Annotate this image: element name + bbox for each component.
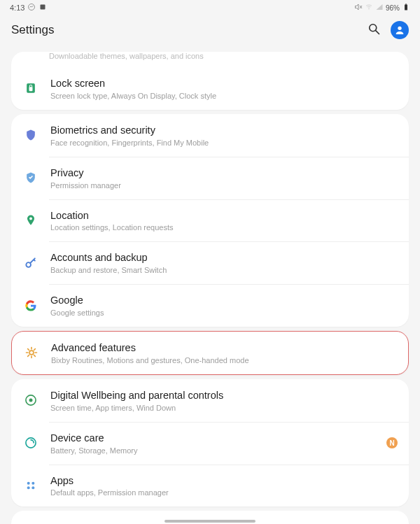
item-subtitle: Face recognition, Fingerprints, Find My … [50,139,398,147]
item-subtitle: Screen time, App timers, Wind Down [50,404,398,412]
wellbeing-icon [22,392,39,409]
settings-group: Digital Wellbeing and parental controls … [11,379,409,507]
location-icon [22,212,39,229]
svg-point-12 [29,351,34,355]
lock-screen-icon [22,80,39,97]
svg-point-7 [398,27,401,30]
status-time: 4:13 [10,3,24,12]
item-title: Google [50,294,398,307]
settings-group: Advanced features Bixby Routines, Motion… [11,331,409,375]
device-care-icon [22,434,39,451]
settings-item-privacy[interactable]: Privacy Permission manager [11,157,409,199]
settings-item-google[interactable]: Google Google settings [11,284,409,327]
svg-line-19 [28,355,29,357]
settings-group: Downloadable themes, wallpapers, and ico… [11,52,409,110]
item-title: Digital Wellbeing and parental controls [50,389,398,402]
battery-pct: 96% [386,4,400,12]
app-icon [38,3,47,13]
item-subtitle: Permission manager [50,181,398,190]
person-icon [394,24,405,36]
biometrics-icon [22,127,39,143]
settings-item-wellbeing[interactable]: Digital Wellbeing and parental controls … [11,379,409,422]
item-subtitle: Google settings [50,309,398,317]
item-title: Advanced features [51,341,397,355]
messenger-icon [27,3,36,13]
svg-point-25 [31,482,34,485]
profile-button[interactable] [391,21,409,39]
navigation-handle[interactable] [164,520,255,523]
wifi-icon [365,3,373,13]
svg-point-10 [29,218,32,220]
svg-point-22 [29,399,33,402]
item-subtitle: Default apps, Permission manager [50,488,398,497]
settings-item-device-care[interactable]: Device care Battery, Storage, Memory N [11,422,409,465]
svg-point-24 [27,482,30,485]
settings-item-lock-screen[interactable]: Lock screen Screen lock type, Always On … [11,67,409,110]
item-subtitle: Location settings, Location requests [50,223,398,232]
item-title: Apps [50,474,398,488]
item-subtitle: Battery, Storage, Memory [50,446,381,455]
item-title: Device care [50,432,381,445]
settings-item-accounts[interactable]: Accounts and backup Backup and restore, … [11,241,409,284]
item-title: Privacy [50,167,398,180]
accounts-icon [22,255,39,271]
svg-line-18 [34,355,36,357]
themes-subtitle-partial: Downloadable themes, wallpapers, and ico… [11,52,409,67]
mute-icon [354,3,363,13]
settings-group: Biometrics and security Face recognition… [11,114,409,327]
apps-icon [22,477,39,494]
svg-point-5 [370,24,377,31]
privacy-icon [22,169,39,186]
svg-point-27 [31,486,34,489]
settings-item-location[interactable]: Location Location settings, Location req… [11,199,409,242]
advanced-icon [23,344,40,361]
svg-line-20 [34,349,36,350]
svg-rect-9 [29,87,33,92]
item-subtitle: Backup and restore, Smart Switch [50,266,398,274]
svg-rect-3 [405,5,407,10]
item-subtitle: Screen lock type, Always On Display, Clo… [50,92,398,100]
item-subtitle: Bixby Routines, Motions and gestures, On… [51,356,397,364]
item-title: Lock screen [50,77,398,90]
general-icon [22,521,39,524]
notification-badge: N [386,437,398,448]
svg-rect-4 [405,4,407,5]
settings-item-apps[interactable]: Apps Default apps, Permission manager [11,465,409,507]
status-bar: 4:13 96% [0,0,420,15]
signal-icon [375,3,384,13]
settings-item-advanced[interactable]: Advanced features Bixby Routines, Motion… [12,332,408,374]
svg-line-17 [28,349,29,350]
svg-rect-1 [41,5,46,10]
battery-icon [402,3,410,13]
svg-line-6 [376,31,379,34]
item-title: Biometrics and security [50,124,398,137]
page-title: Settings [11,23,54,37]
header: Settings [0,15,420,48]
svg-point-26 [27,486,30,489]
search-icon [367,22,381,36]
google-icon [22,297,39,314]
item-title: Accounts and backup [50,251,398,264]
search-button[interactable] [367,22,381,38]
settings-item-biometrics[interactable]: Biometrics and security Face recognition… [11,114,409,157]
item-title: Location [50,209,398,222]
svg-point-2 [368,8,369,9]
